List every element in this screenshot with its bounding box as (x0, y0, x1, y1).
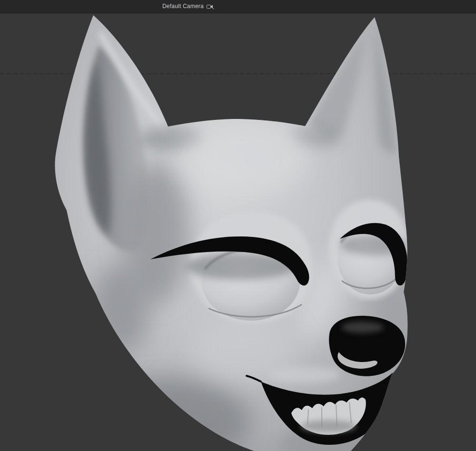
viewport-canvas (0, 0, 476, 451)
camera-label: Default Camera (162, 0, 204, 13)
viewport-3d[interactable] (0, 0, 476, 451)
camera-menu-button[interactable]: Default Camera (162, 0, 214, 13)
video-camera-icon (207, 4, 214, 10)
viewport-header: Default Camera (0, 0, 476, 13)
